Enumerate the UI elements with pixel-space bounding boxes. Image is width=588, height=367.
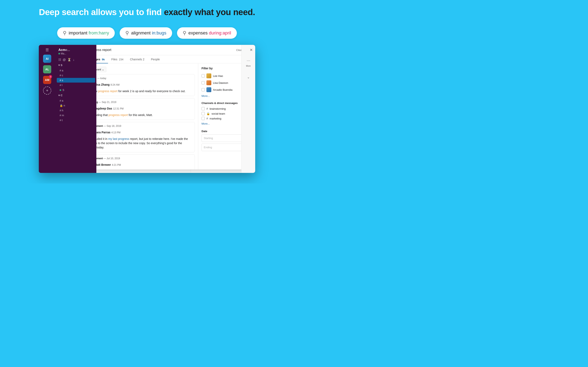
date-label: Date [201, 130, 241, 133]
channel-item-l[interactable]: # l [57, 83, 95, 87]
filter-channel-marketing: # marketing [201, 116, 241, 121]
channel-item-t[interactable]: # t [57, 118, 95, 123]
right-panel: ✕ ⋯ More ⌄ [241, 45, 255, 173]
filter-name-arcadio: Arcadio Buendia [213, 88, 232, 91]
avatar-lee-hao [207, 73, 211, 78]
tab-people[interactable]: People [148, 55, 163, 63]
search-body: Most relevant ⌄ #general — today LZ Lisa… [96, 63, 241, 169]
result-time-3: 4:13 PM [111, 131, 121, 134]
search-icon-1: ⚲ [63, 30, 67, 36]
search-example-2[interactable]: ⚲ alignment in:bugs [120, 27, 172, 39]
expand-icon[interactable]: ⌄ [247, 75, 250, 79]
menu-icon[interactable]: ☰ [45, 48, 49, 52]
section-header-1[interactable]: ▾ S [56, 62, 96, 68]
channel-item-s2[interactable]: S [57, 88, 95, 92]
threads-icon[interactable]: ☷ [58, 58, 61, 62]
result-name-1: Lisa Zhang [96, 83, 110, 86]
avatar-arcadio [207, 87, 211, 92]
ending-date-input[interactable]: Ending 📅 [201, 143, 241, 151]
tab-channels[interactable]: Channels 2 [127, 55, 148, 63]
workspace-badge: 1 [49, 75, 52, 78]
channel-item-h[interactable]: # h [57, 108, 95, 113]
section-header-2[interactable]: ▾ C [56, 92, 96, 98]
search-example-1-text: important from:harry [69, 30, 109, 36]
sort-button[interactable]: Most relevant ⌄ [96, 67, 106, 72]
tab-messages[interactable]: Messages 9k [96, 55, 108, 63]
avatar-lisa-dawson [207, 80, 211, 85]
right-panel-close[interactable]: ✕ [250, 48, 253, 52]
download-icon[interactable]: ↓ [73, 58, 75, 62]
checkbox-lisa-dawson[interactable] [201, 81, 205, 84]
channel-list: Acme... Ma... ☷ @ ⏳ ↓ ▾ S # a # c # s # … [56, 45, 96, 173]
more-options-icon[interactable]: ⋯ [247, 58, 250, 63]
result-text-4: Yep, all the progress reports, monthly d… [96, 169, 191, 169]
result-text-1: The new progress report for week 2 is up… [96, 89, 191, 93]
channel-name-marketing: marketing [210, 117, 221, 120]
channel-item-c[interactable]: # c [57, 73, 95, 78]
checkbox-marketing[interactable] [201, 117, 205, 120]
search-example-3[interactable]: ⚲ expenses during:april [177, 27, 237, 39]
hash-icon-brainstorming: # [207, 107, 208, 110]
more-label: More [246, 65, 251, 67]
clock-icon[interactable]: ⏳ [67, 58, 71, 62]
search-bar[interactable]: ⚲ progress report Clear ✕ [96, 45, 241, 55]
workspace-2[interactable]: AL [43, 65, 51, 73]
search-example-2-text: alignment in:bugs [131, 30, 166, 36]
workspace-1[interactable]: AI [43, 55, 51, 63]
result-name-2: Jagdeep Das [96, 107, 112, 110]
ending-placeholder: Ending [204, 146, 212, 149]
checkbox-brainstorming[interactable] [201, 107, 205, 110]
result-meta-4: #development — Jul 10, 2019 [96, 157, 191, 160]
channel-item-n[interactable]: 🔒 n [57, 103, 95, 108]
result-author-2: JD Jagdeep Das 12:31 PM [96, 105, 191, 112]
app-window: ☰ AI AL AM 1 + Acme... Ma... ☷ @ ⏳ ↓ ▾ S… [39, 45, 255, 173]
result-card-1: #general — today LZ Lisa Zhang 8:24 AM T… [96, 74, 195, 96]
search-icon-2: ⚲ [125, 30, 129, 36]
channel-name-social: social-team [212, 112, 225, 115]
channel-item-s-active[interactable]: # s [57, 78, 95, 83]
channel-name-brainstorming: brainstorming [210, 107, 226, 110]
mentions-icon[interactable]: @ [63, 58, 66, 62]
result-author-1: LZ Lisa Zhang 8:24 AM [96, 81, 191, 88]
search-example-1[interactable]: ⚲ important from:harry [57, 27, 115, 39]
hero-title: Deep search allows you to find exactly w… [0, 7, 294, 17]
result-card-3: #development — Sep 18, 2019 SP Sara Parr… [96, 122, 195, 152]
lock-icon-social: 🔒 [207, 112, 210, 115]
checkbox-arcadio[interactable] [201, 88, 205, 91]
clear-button[interactable]: Clear [236, 49, 241, 52]
starting-placeholder: Starting [204, 137, 213, 140]
search-modal: ⚲ progress report Clear ✕ Messages 9k Fi… [96, 45, 241, 169]
result-author-3: SP Sara Parras 4:13 PM [96, 129, 191, 136]
filter-panel: Filter by Lee Hao Lisa Dawson [198, 63, 241, 169]
filter-channel-social: 🔒 social-team [201, 111, 241, 116]
result-card-2: #planning — Sep 21, 2019 JD Jagdeep Das … [96, 98, 195, 120]
channel-item-a2[interactable]: # a [57, 98, 95, 103]
result-name-3: Sara Parras [96, 131, 111, 134]
hash-icon-marketing: # [207, 117, 208, 120]
workspace-name: Acme... [56, 47, 96, 52]
filter-person-3: Arcadio Buendia [201, 86, 241, 93]
result-time-4: 4:21 PM [112, 164, 121, 166]
workspace-3[interactable]: AM 1 [43, 76, 51, 84]
starting-date-input[interactable]: Starting 📅 [201, 134, 241, 142]
hero-section: Deep search allows you to find exactly w… [0, 0, 294, 23]
checkbox-social-team[interactable] [201, 112, 205, 115]
more-people-button[interactable]: More... [201, 93, 241, 99]
channel-item-a[interactable]: # a [57, 68, 95, 73]
search-examples: ⚲ important from:harry ⚲ alignment in:bu… [0, 27, 294, 39]
result-author-4: MB Matt Brewer 4:21 PM [96, 161, 191, 168]
search-input[interactable]: progress report [96, 48, 234, 52]
search-results: Most relevant ⌄ #general — today LZ Lisa… [96, 63, 198, 169]
filter-name-lee: Lee Hao [213, 75, 223, 77]
date-section: Date Starting 📅 Ending 📅 [201, 130, 241, 151]
add-workspace-button[interactable]: + [43, 86, 51, 95]
checkbox-lee-hao[interactable] [201, 74, 205, 77]
tab-files[interactable]: Files 234 [108, 55, 127, 63]
channel-item-m[interactable]: # m [57, 113, 95, 118]
workspace-status: Ma... [56, 52, 96, 57]
channel-nav: ☷ @ ⏳ ↓ [56, 57, 96, 62]
result-meta-2: #planning — Sep 21, 2019 [96, 101, 191, 104]
filter-name-lisa: Lisa Dawson [213, 81, 228, 84]
result-meta-3: #development — Sep 18, 2019 [96, 125, 191, 127]
more-channels-button[interactable]: More... [201, 121, 241, 126]
